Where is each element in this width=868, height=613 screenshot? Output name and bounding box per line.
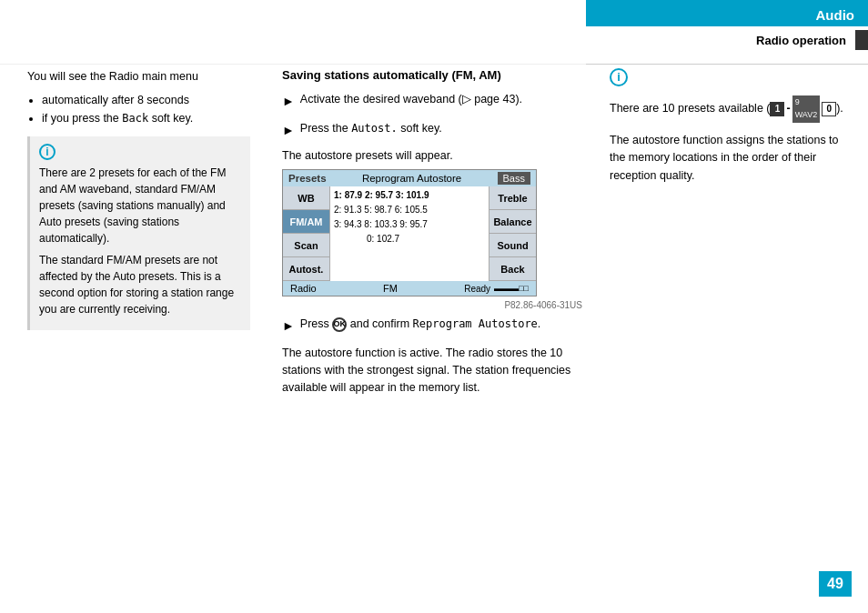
wav-label: WAV2	[795, 110, 818, 119]
arrow-2: ►	[282, 121, 295, 140]
info-box-left: i There are 2 presets for each of the FM…	[27, 136, 250, 330]
freq-line-3: 3: 94.3 8: 103.3 9: 95.7	[334, 217, 485, 232]
right-para-1: There are 10 presets available ( 1 - 9WA…	[610, 94, 854, 125]
header-audio-label: Audio	[586, 0, 868, 26]
step-2: ► Press the Autost. soft key.	[282, 120, 582, 140]
header-radio-box	[855, 30, 868, 50]
section-title: Saving stations automatically (FM, AM)	[282, 68, 582, 82]
right-para-2: The autostore function assigns the stati…	[610, 132, 854, 185]
status-bars: ▬▬▬□□	[494, 284, 529, 293]
radio-rows: WB FM/AM Scan Autost. 1: 87.9 2: 95.7 3:…	[283, 186, 536, 281]
freq-line-1: 1: 87.9 2: 95.7 3: 101.9	[334, 188, 485, 203]
bullet-item-1: automatically after 8 seconds	[42, 91, 250, 109]
radio-mockup: Presets Reprogram Autostore Bass WB FM/A…	[282, 169, 537, 296]
bullet-list: automatically after 8 seconds if you pre…	[27, 91, 250, 127]
right-column: i There are 10 presets available ( 1 - 9…	[596, 68, 868, 613]
status-fm: FM	[383, 283, 398, 294]
page-number: 49	[819, 571, 852, 597]
bass-btn[interactable]: Bass	[498, 172, 530, 185]
radio-title-bar: Presets Reprogram Autostore Bass	[283, 170, 536, 186]
middle-column: Saving stations automatically (FM, AM) ►…	[268, 68, 596, 613]
badge-0: 0	[822, 102, 836, 116]
sound-btn[interactable]: Sound	[490, 234, 536, 257]
wb-btn[interactable]: WB	[283, 186, 329, 210]
info-para-1: There are 2 presets for each of the FM a…	[39, 165, 241, 246]
radio-right-buttons: Treble Balance Sound Back	[489, 186, 536, 281]
badge-1: 1	[770, 102, 784, 116]
header: Audio Radio operation	[586, 0, 868, 64]
dash-separator: -	[786, 100, 790, 117]
radio-center-content: 1: 87.9 2: 95.7 3: 101.9 2: 91.3 5: 98.7…	[330, 186, 489, 281]
radio-left-buttons: WB FM/AM Scan Autost.	[283, 186, 330, 281]
reprogram-label: Reprogram Autostore	[362, 173, 461, 184]
step-1: ► Activate the desired waveband (▷ page …	[282, 91, 582, 111]
info-icon-right: i	[610, 68, 628, 86]
status-ready: Ready	[464, 284, 490, 294]
header-radio-label: Radio operation	[756, 34, 855, 47]
freq-line-4: 0: 102.7	[334, 232, 485, 246]
bullet-item-2: if you press the Back soft key.	[42, 109, 250, 127]
back-btn[interactable]: Back	[490, 257, 536, 281]
full-divider	[0, 64, 586, 65]
arrow-1: ►	[282, 92, 295, 111]
wav-top: 9	[795, 97, 800, 106]
autost-btn[interactable]: Autost.	[283, 257, 329, 281]
treble-btn[interactable]: Treble	[490, 186, 536, 210]
arrow-3: ►	[282, 317, 295, 336]
balance-btn[interactable]: Balance	[490, 210, 536, 234]
radio-status-bar: Radio FM Ready ▬▬▬□□	[283, 281, 536, 296]
step-3: ► Press OK and confirm Reprogram Autosto…	[282, 316, 582, 336]
step-2-text: Press the Autost. soft key.	[300, 120, 442, 137]
final-text: The autostore function is active. The ra…	[282, 345, 582, 396]
ok-button-icon: OK	[332, 317, 347, 332]
status-right: Ready ▬▬▬□□	[464, 284, 529, 294]
appear-text: The autostore presets will appear.	[282, 149, 582, 162]
preset-badges: 1 - 9WAV2 0	[770, 95, 836, 123]
fmam-btn[interactable]: FM/AM	[283, 210, 329, 234]
freq-line-2: 2: 91.3 5: 98.7 6: 105.5	[334, 203, 485, 217]
main-content: You will see the Radio main menu automat…	[0, 68, 868, 613]
wav-badge: 9WAV2	[792, 95, 821, 123]
intro-text: You will see the Radio main menu	[27, 68, 250, 85]
step-1-text: Activate the desired waveband (▷ page 43…	[300, 91, 522, 108]
info-para-2: The standard FM/AM presets are not affec…	[39, 252, 241, 317]
scan-btn[interactable]: Scan	[283, 234, 329, 257]
radio-caption: P82.86-4066-31US	[282, 300, 582, 310]
step-3-text: Press OK and confirm Reprogram Autostore…	[300, 316, 540, 333]
header-divider	[586, 64, 868, 65]
status-radio: Radio	[290, 283, 317, 294]
presets-label: Presets	[288, 173, 327, 184]
info-icon-left: i	[39, 144, 56, 160]
left-column: You will see the Radio main menu automat…	[0, 68, 268, 613]
header-radio-row: Radio operation	[586, 26, 868, 54]
